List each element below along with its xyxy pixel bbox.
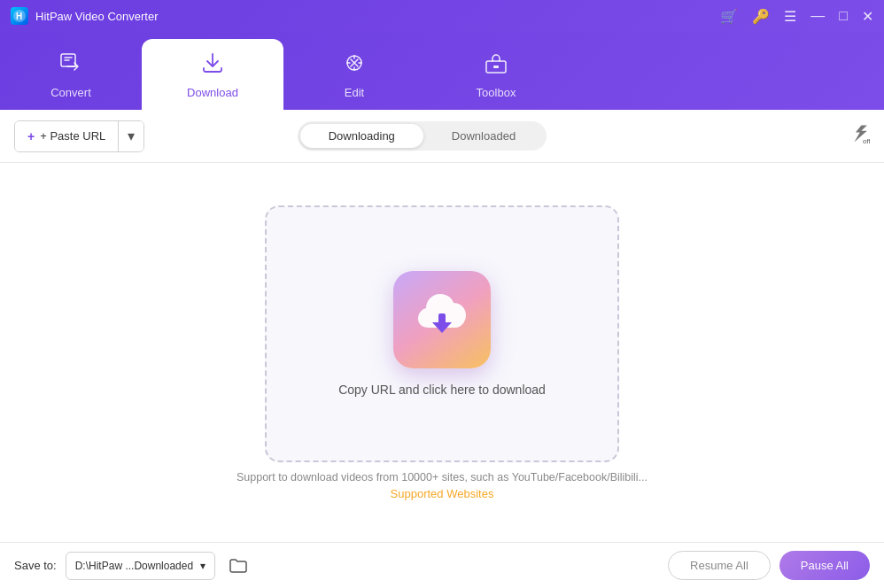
supported-websites-link[interactable]: Supported Websites	[391, 487, 494, 500]
app-logo: H	[11, 7, 28, 25]
paste-url-label: + Paste URL	[40, 129, 105, 143]
nav-toolbox-label: Toolbox	[477, 86, 516, 99]
promo-icon[interactable]: off	[841, 121, 870, 151]
nav-item-edit[interactable]: Edit	[283, 39, 425, 110]
pause-all-button[interactable]: Pause All	[779, 551, 870, 580]
path-chevron-icon: ▾	[200, 560, 205, 572]
tab-downloading[interactable]: Downloading	[300, 124, 423, 148]
window-controls: 🛒 🔑 ☰ — □ ✕	[720, 8, 873, 25]
close-icon[interactable]: ✕	[862, 8, 873, 25]
paste-url-dropdown[interactable]: ▾	[119, 121, 143, 151]
support-text: Support to download videos from 10000+ s…	[237, 471, 647, 484]
save-path-select[interactable]: D:\HitPaw ...Downloaded ▾	[66, 552, 215, 580]
maximize-icon[interactable]: □	[839, 8, 848, 24]
plus-icon: +	[27, 129, 35, 143]
toolbar: + + Paste URL ▾ Downloading Downloaded o…	[0, 110, 884, 163]
download-nav-icon	[200, 50, 225, 81]
resume-all-button[interactable]: Resume All	[668, 551, 771, 580]
title-bar: H HitPaw Video Converter 🛒 🔑 ☰ — □ ✕	[0, 0, 884, 32]
svg-text:off: off	[863, 137, 870, 145]
nav-item-toolbox[interactable]: Toolbox	[425, 39, 567, 110]
save-to-label: Save to:	[14, 559, 57, 572]
nav-edit-label: Edit	[345, 86, 364, 99]
nav-bar: Convert Download Edit	[0, 32, 884, 110]
toolbox-icon	[484, 50, 508, 81]
paste-url-main[interactable]: + + Paste URL	[15, 121, 118, 151]
main-content: Copy URL and click here to download Supp…	[0, 163, 884, 542]
tab-downloaded[interactable]: Downloaded	[423, 124, 544, 148]
open-folder-button[interactable]	[224, 552, 252, 580]
edit-icon	[342, 50, 367, 81]
convert-icon	[58, 50, 83, 81]
footer-actions: Resume All Pause All	[668, 551, 870, 580]
key-icon[interactable]: 🔑	[752, 8, 770, 25]
paste-url-button[interactable]: + + Paste URL ▾	[14, 120, 144, 152]
minimize-icon[interactable]: —	[810, 8, 825, 24]
app-title: HitPaw Video Converter	[35, 10, 720, 23]
drop-zone[interactable]: Copy URL and click here to download	[265, 205, 619, 462]
svg-text:H: H	[16, 12, 22, 21]
drop-zone-text: Copy URL and click here to download	[338, 383, 546, 397]
tab-segment: Downloading Downloaded	[298, 121, 547, 151]
cart-icon[interactable]: 🛒	[720, 8, 738, 25]
nav-convert-label: Convert	[50, 86, 91, 99]
footer: Save to: D:\HitPaw ...Downloaded ▾ Resum…	[0, 542, 884, 588]
chevron-down-icon: ▾	[128, 128, 135, 144]
svg-rect-5	[493, 66, 499, 68]
nav-download-label: Download	[187, 86, 238, 99]
nav-item-download[interactable]: Download	[142, 39, 283, 110]
download-illustration	[393, 271, 491, 368]
menu-icon[interactable]: ☰	[784, 8, 796, 25]
nav-item-convert[interactable]: Convert	[0, 39, 142, 110]
save-path-text: D:\HitPaw ...Downloaded	[75, 560, 193, 572]
